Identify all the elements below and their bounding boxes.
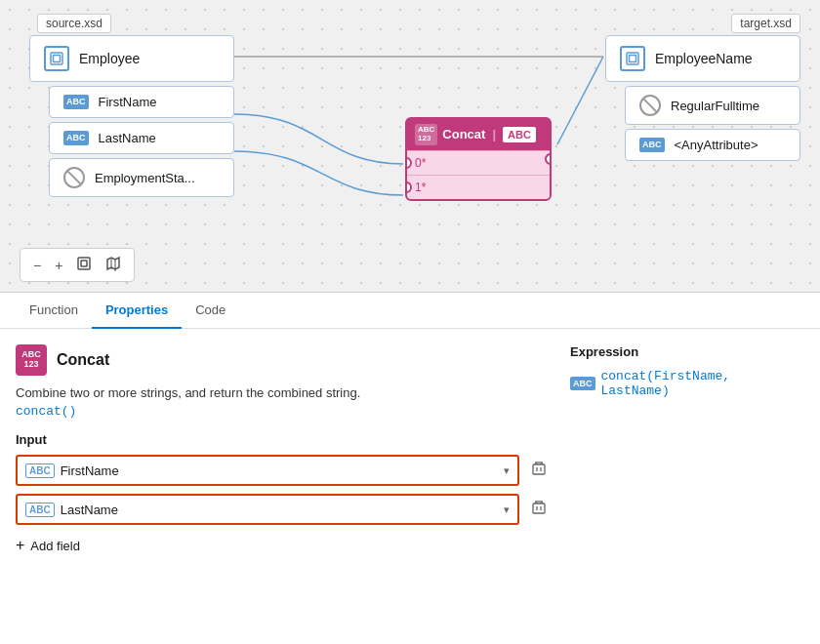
zoom-in-button[interactable]: + — [50, 253, 67, 277]
input-row-1: ABC LastName ▾ — [16, 494, 551, 525]
source-lastname-node[interactable]: ABC LastName — [49, 122, 234, 154]
svg-rect-7 — [81, 261, 87, 266]
map-button[interactable] — [101, 253, 126, 277]
empstatus-icon — [63, 167, 85, 188]
input-0-abc-tag: ABC — [25, 463, 55, 478]
bottom-panel: Function Properties Code ABC123 Concat C… — [0, 293, 820, 644]
concat-input-dot-0 — [405, 157, 412, 169]
source-schema: Employee ABC FirstName ABC LastName Empl… — [29, 35, 234, 201]
target-schema: EmployeeName RegularFulltime ABC <AnyAtt… — [605, 35, 800, 165]
concat-node[interactable]: ABC123 Concat | ABC 0* 1* — [405, 117, 552, 201]
target-regularfulltime-node[interactable]: RegularFulltime — [625, 86, 800, 125]
svg-rect-6 — [78, 258, 90, 269]
func-icon: ABC123 — [16, 344, 47, 376]
tab-code[interactable]: Code — [182, 293, 239, 329]
target-root-icon — [620, 46, 645, 71]
source-empstatus-node[interactable]: EmploymentSta... — [49, 158, 234, 197]
concat-header-left: ABC123 Concat | ABC — [415, 124, 536, 145]
add-field-label: Add field — [30, 539, 80, 553]
func-signature: concat() — [16, 404, 551, 419]
anyattribute-type-badge: ABC — [639, 138, 665, 152]
func-name: Concat — [57, 351, 109, 369]
svg-rect-10 — [533, 464, 545, 474]
canvas-area: source.xsd target.xsd Employee ABC First… — [0, 0, 820, 293]
concat-inputs: 0* 1* — [407, 150, 550, 199]
regularfulltime-icon — [639, 95, 661, 116]
panel-content: ABC123 Concat Combine two or more string… — [0, 329, 820, 639]
func-heading: ABC123 Concat — [16, 344, 551, 376]
firstname-type-badge: ABC — [63, 95, 89, 109]
input-dropdown-1[interactable]: ABC LastName ▾ — [16, 494, 519, 525]
concat-input-0-label: 0* — [415, 156, 426, 170]
add-icon: + — [16, 537, 24, 554]
delete-input-1-button[interactable] — [527, 496, 551, 523]
concat-abc-right: ABC — [503, 127, 536, 142]
input-1-abc-tag: ABC — [25, 503, 55, 517]
func-description: Combine two or more strings, and return … — [16, 385, 551, 400]
add-field-button[interactable]: + Add field — [16, 533, 80, 558]
svg-rect-5 — [630, 56, 636, 62]
tab-function[interactable]: Function — [16, 293, 92, 329]
lastname-label: LastName — [99, 131, 156, 145]
source-firstname-node[interactable]: ABC FirstName — [49, 86, 234, 118]
canvas-toolbar: − + — [20, 248, 135, 282]
regularfulltime-label: RegularFulltime — [671, 99, 759, 113]
svg-rect-3 — [54, 56, 61, 62]
input-dropdown-0[interactable]: ABC FirstName ▾ — [16, 455, 519, 486]
concat-input-1-label: 1* — [415, 181, 426, 194]
expression-text: concat(FirstName, LastName) — [601, 369, 805, 398]
input-label: Input — [16, 432, 551, 447]
tabs-bar: Function Properties Code — [0, 293, 820, 329]
empstatus-label: EmploymentSta... — [95, 171, 195, 185]
target-anyattribute-node[interactable]: ABC <AnyAttribute> — [625, 129, 800, 161]
tab-properties[interactable]: Properties — [92, 293, 182, 329]
target-label: target.xsd — [731, 14, 800, 33]
concat-header: ABC123 Concat | ABC — [407, 119, 550, 150]
delete-input-0-button[interactable] — [527, 457, 551, 484]
expression-value: ABC concat(FirstName, LastName) — [570, 369, 804, 398]
firstname-label: FirstName — [99, 95, 157, 109]
concat-title: Concat — [442, 127, 485, 141]
expression-label: Expression — [570, 344, 804, 359]
target-root-label: EmployeeName — [655, 51, 753, 66]
zoom-out-button[interactable]: − — [28, 253, 46, 277]
lastname-type-badge: ABC — [63, 131, 89, 145]
svg-rect-16 — [533, 503, 545, 513]
input-0-value: FirstName — [61, 463, 504, 478]
concat-input-0[interactable]: 0* — [407, 150, 550, 175]
fit-button[interactable] — [71, 253, 97, 277]
expression-abc-badge: ABC — [570, 377, 595, 391]
source-root-label: Employee — [79, 51, 140, 66]
panel-left: ABC123 Concat Combine two or more string… — [16, 344, 551, 624]
anyattribute-label: <AnyAttribute> — [675, 138, 758, 152]
panel-right: Expression ABC concat(FirstName, LastNam… — [570, 344, 804, 624]
input-0-chevron-icon: ▾ — [504, 464, 510, 477]
concat-abc-badge: ABC123 — [415, 124, 437, 145]
target-root-node[interactable]: EmployeeName — [605, 35, 800, 82]
input-1-chevron-icon: ▾ — [504, 503, 510, 516]
input-row-0: ABC FirstName ▾ — [16, 455, 551, 486]
svg-line-1 — [557, 57, 603, 144]
concat-input-dot-1 — [405, 181, 412, 193]
source-root-node[interactable]: Employee — [29, 35, 234, 82]
source-label: source.xsd — [37, 14, 111, 33]
concat-input-1[interactable]: 1* — [407, 175, 550, 199]
input-1-value: LastName — [61, 503, 504, 517]
source-root-icon — [44, 46, 69, 71]
